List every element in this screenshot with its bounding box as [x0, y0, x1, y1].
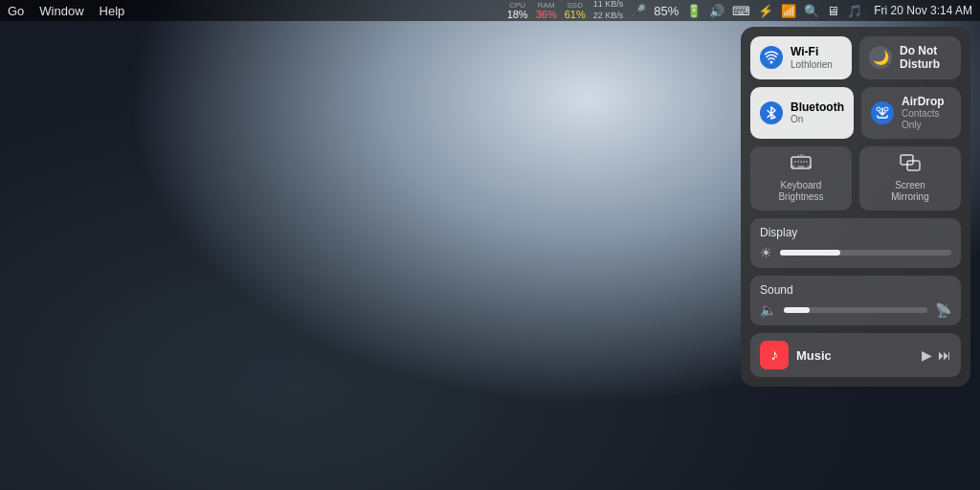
control-center-panel: Wi-Fi Lothlorien 🌙 Do Not Disturb Blueto… [741, 27, 970, 387]
wifi-subtitle: Lothlorien [791, 59, 833, 71]
dnd-icon: 🌙 [869, 46, 892, 69]
wifi-tile[interactable]: Wi-Fi Lothlorien [750, 36, 852, 79]
airplay-icon[interactable]: 📡 [935, 302, 951, 318]
wifi-tile-icon [760, 46, 783, 69]
keyboard-brightness-tile[interactable]: Keyboard Brightness [750, 146, 852, 211]
music-app-icon: ♪ [760, 341, 789, 369]
sound-slider-row: 🔈 📡 [760, 302, 951, 318]
display-section: Display ☀ [750, 218, 961, 268]
wifi-title: Wi-Fi [791, 45, 833, 58]
music-menu-icon[interactable]: 🎵 [847, 4, 862, 18]
play-button[interactable]: ▶ [922, 347, 932, 363]
display-slider-track[interactable] [780, 250, 951, 256]
cc-small-row: Keyboard Brightness Screen Mirroring [750, 146, 961, 211]
mic-icon[interactable]: 🎤 [631, 4, 646, 18]
ssd-stat: SSD 61% [565, 2, 586, 20]
menu-window[interactable]: Window [39, 4, 83, 18]
ssd-value: 61% [565, 10, 586, 20]
dnd-tile-text: Do Not Disturb [900, 44, 940, 72]
battery-percent: 85% [654, 4, 679, 18]
airdrop-title: AirDrop [902, 95, 951, 108]
music-controls: ▶ ⏭ [922, 347, 951, 363]
sound-slider-fill [784, 307, 810, 313]
sound-slider-track[interactable] [784, 307, 927, 313]
menu-help[interactable]: Help [100, 4, 125, 18]
airdrop-subtitle: Contacts Only [902, 108, 951, 131]
ram-stat: RAM 36% [536, 2, 557, 20]
kb-label2: Brightness [778, 191, 823, 203]
menubar-left: Go Window Help [8, 4, 124, 18]
airdrop-tile[interactable]: AirDrop Contacts Only [861, 87, 961, 139]
menubar-right: CPU 18% RAM 36% SSD 61% 11 KB/s 22 KB/s … [507, 0, 972, 22]
clock: Fri 20 Nov 3:14 AM [874, 4, 972, 17]
kb-label1: Keyboard [778, 180, 823, 191]
display-label: Display [760, 226, 951, 239]
cc-row-1: Wi-Fi Lothlorien 🌙 Do Not Disturb [750, 36, 961, 79]
bluetooth-tile-icon [760, 101, 783, 124]
sound-label: Sound [760, 283, 951, 297]
battery-icon: 🔋 [686, 4, 702, 18]
wifi-tile-text: Wi-Fi Lothlorien [791, 45, 833, 70]
menubar: Go Window Help CPU 18% RAM 36% SSD 61% 1… [0, 0, 980, 21]
keyboard-icon[interactable]: ⌨ [732, 4, 750, 18]
dnd-title2: Disturb [900, 57, 940, 71]
sm-label1: Screen [891, 180, 928, 191]
sm-label2: Mirroring [891, 191, 928, 203]
volume-low-icon: 🔈 [760, 302, 776, 318]
svg-point-1 [884, 107, 888, 111]
display-slider-fill [780, 250, 840, 256]
music-tile[interactable]: ♪ Music ▶ ⏭ [750, 333, 961, 377]
do-not-disturb-tile[interactable]: 🌙 Do Not Disturb [859, 36, 961, 79]
bluetooth-subtitle: On [791, 114, 844, 125]
airdrop-icon [871, 101, 894, 124]
keyboard-brightness-icon [791, 154, 812, 176]
screen-mirroring-icon [900, 154, 921, 176]
bluetooth-icon[interactable]: ⚡ [758, 4, 773, 18]
display-icon[interactable]: 🖥 [827, 4, 839, 18]
keyboard-brightness-label: Keyboard Brightness [778, 180, 823, 203]
music-label: Music [796, 348, 914, 363]
bluetooth-title: Bluetooth [791, 100, 844, 114]
brightness-low-icon: ☀ [760, 245, 772, 260]
wifi-icon[interactable]: 📶 [781, 4, 796, 18]
menu-go[interactable]: Go [8, 4, 24, 18]
sound-section: Sound 🔈 📡 [750, 276, 961, 325]
skip-forward-button[interactable]: ⏭ [938, 347, 951, 363]
network-up: 11 KB/s [593, 0, 624, 11]
svg-point-0 [877, 107, 880, 111]
music-note-icon: ♪ [770, 346, 778, 364]
network-stat: 11 KB/s 22 KB/s [593, 0, 624, 22]
cc-row-2: Bluetooth On AirDrop Contacts Only [750, 87, 961, 139]
cpu-stat: CPU 18% [507, 2, 528, 20]
airdrop-tile-text: AirDrop Contacts Only [902, 95, 951, 131]
screen-mirroring-label: Screen Mirroring [891, 180, 928, 203]
bluetooth-tile[interactable]: Bluetooth On [750, 87, 854, 139]
cpu-value: 18% [507, 10, 528, 20]
search-icon[interactable]: 🔍 [804, 4, 819, 18]
bluetooth-tile-text: Bluetooth On [791, 100, 844, 125]
screen-mirroring-tile[interactable]: Screen Mirroring [859, 146, 961, 211]
dnd-title: Do Not [900, 44, 940, 57]
volume-icon[interactable]: 🔊 [709, 4, 724, 18]
ram-value: 36% [536, 10, 557, 20]
display-slider-row: ☀ [760, 245, 951, 260]
network-down: 22 KB/s [593, 11, 624, 22]
